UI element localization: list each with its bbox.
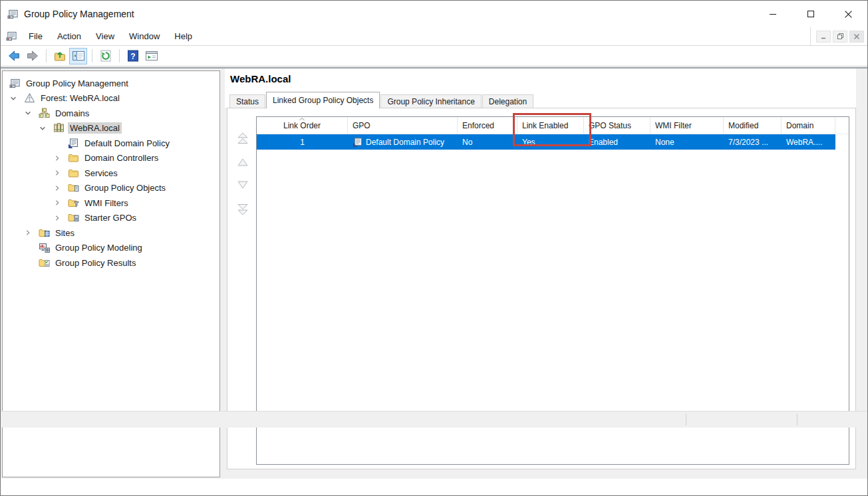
chevron-expanded-icon[interactable] <box>9 94 24 102</box>
tab-linked-group-policy-objects[interactable]: Linked Group Policy Objects <box>266 92 380 108</box>
tree-item-wmi-filters[interactable]: WMI Filters <box>3 195 219 211</box>
move-down-icon <box>235 180 250 189</box>
folder-filter-icon <box>68 197 79 209</box>
maximize-button[interactable] <box>792 1 829 27</box>
column-header-gpo[interactable]: GPO <box>348 117 458 134</box>
tree-item-services[interactable]: Services <box>3 166 219 181</box>
minimize-button[interactable] <box>754 1 792 27</box>
tree-item-label: Forest: WebRA.local <box>39 92 122 104</box>
move-to-top-button[interactable] <box>233 131 252 147</box>
tree-item-label: Starter GPOs <box>82 212 138 223</box>
tab-bar: StatusLinked Group Policy ObjectsGroup P… <box>229 92 534 108</box>
svg-text:?: ? <box>130 52 135 61</box>
results-icon <box>39 257 50 269</box>
statusbar <box>1 411 867 428</box>
folder-icon <box>68 152 79 164</box>
cell-enforced: No <box>458 134 517 150</box>
column-header-label: Link Order <box>283 121 321 130</box>
move-to-bottom-icon <box>235 202 250 215</box>
cell-modified: 7/3/2023 ... <box>724 134 782 150</box>
cell-gpo: Default Domain Policy <box>348 134 458 150</box>
column-header-label: WMI Filter <box>655 121 692 130</box>
child-restore-button[interactable] <box>833 31 847 43</box>
menu-help[interactable]: Help <box>167 28 200 45</box>
chevron-collapsed-icon[interactable] <box>53 169 68 177</box>
menu-file[interactable]: File <box>21 28 50 45</box>
move-down-button[interactable] <box>233 177 252 193</box>
column-header-enforced[interactable]: Enforced <box>458 117 517 134</box>
tree-item-default-domain-policy[interactable]: Default Domain Policy <box>3 136 219 151</box>
child-window-controls <box>810 27 867 45</box>
move-up-button[interactable] <box>233 154 252 170</box>
column-header-label: Enforced <box>462 121 494 130</box>
tree-item-webra-local[interactable]: WebRA.local <box>3 121 219 136</box>
pane-title: WebRA.local <box>230 73 291 84</box>
gpo-icon <box>68 138 79 149</box>
tree-item-group-policy-management[interactable]: Group Policy Management <box>3 76 219 91</box>
back-button[interactable] <box>5 48 23 64</box>
cell-value: None <box>655 138 674 147</box>
tree-item-starter-gpos[interactable]: Starter GPOs <box>3 211 219 226</box>
menu-window[interactable]: Window <box>122 28 167 45</box>
column-header-modified[interactable]: Modified <box>724 117 782 134</box>
link-order-buttons <box>233 131 253 217</box>
show-console-tree-button[interactable] <box>69 48 87 64</box>
cell-link-order: 1 <box>257 134 348 150</box>
move-to-bottom-button[interactable] <box>233 201 252 217</box>
toolbar-separator <box>46 49 47 62</box>
tree-item-domains[interactable]: Domains <box>3 106 219 121</box>
chevron-collapsed-icon[interactable] <box>53 199 68 207</box>
up-one-level-icon <box>53 49 67 62</box>
tree-item-sites[interactable]: Sites <box>3 225 219 241</box>
refresh-button[interactable] <box>96 48 114 64</box>
chevron-collapsed-icon[interactable] <box>53 154 68 162</box>
app-window: Group Policy Management FileActionViewWi… <box>0 0 868 496</box>
tab-group-policy-inheritance[interactable]: Group Policy Inheritance <box>380 94 481 108</box>
column-header-link-order[interactable]: Link Order <box>257 117 348 134</box>
chevron-collapsed-icon[interactable] <box>53 184 68 192</box>
forward-button[interactable] <box>23 48 41 64</box>
up-one-level-button[interactable] <box>51 48 69 64</box>
tree-item-label: Group Policy Management <box>24 78 130 89</box>
cell-value: 1 <box>300 138 305 147</box>
new-window-button[interactable] <box>142 48 160 64</box>
tree-item-group-policy-modeling[interactable]: Group Policy Modeling <box>3 241 219 256</box>
tree-item-label: Sites <box>53 227 76 239</box>
modeling-icon <box>39 242 50 253</box>
chevron-expanded-icon[interactable] <box>39 124 53 132</box>
domains-icon <box>39 108 50 119</box>
gpmc-icon <box>9 78 21 89</box>
cell-value: WebRA.... <box>786 138 822 147</box>
tree-item-label: WMI Filters <box>82 197 130 209</box>
tree-item-label: Group Policy Results <box>53 257 138 269</box>
tree-item-group-policy-objects[interactable]: Group Policy Objects <box>3 181 219 196</box>
show-console-tree-icon <box>72 49 85 62</box>
folder-starter-icon <box>68 212 79 223</box>
sites-icon <box>39 227 50 239</box>
help-button[interactable]: ? <box>124 48 142 64</box>
move-up-icon <box>235 158 250 167</box>
child-close-button[interactable] <box>849 31 864 43</box>
close-button[interactable] <box>829 1 867 27</box>
window-title: Group Policy Management <box>24 9 134 19</box>
column-header-domain[interactable]: Domain <box>782 117 835 134</box>
tab-status[interactable]: Status <box>229 94 265 108</box>
tree-item-domain-controllers[interactable]: Domain Controllers <box>3 151 219 166</box>
chevron-collapsed-icon[interactable] <box>53 214 68 222</box>
sort-ascending-icon <box>299 117 305 121</box>
chevron-collapsed-icon[interactable] <box>24 229 39 237</box>
menu-view[interactable]: View <box>88 28 122 45</box>
chevron-expanded-icon[interactable] <box>24 109 39 117</box>
column-header-wmi-filter[interactable]: WMI Filter <box>651 117 724 134</box>
tree-item-forest-webra-local[interactable]: Forest: WebRA.local <box>3 91 219 106</box>
tree-item-label: Domain Controllers <box>82 152 160 164</box>
tab-delegation[interactable]: Delegation <box>482 94 533 108</box>
toolbar-separator <box>119 49 120 62</box>
tree-item-label: Group Policy Objects <box>82 182 168 193</box>
menu-action[interactable]: Action <box>50 28 88 45</box>
statusbar-divider <box>686 414 686 426</box>
tab-label: Group Policy Inheritance <box>387 97 474 106</box>
child-minimize-button[interactable] <box>816 31 831 43</box>
column-header-gpo-status[interactable]: GPO Status <box>584 117 651 134</box>
tree-item-group-policy-results[interactable]: Group Policy Results <box>3 255 219 271</box>
